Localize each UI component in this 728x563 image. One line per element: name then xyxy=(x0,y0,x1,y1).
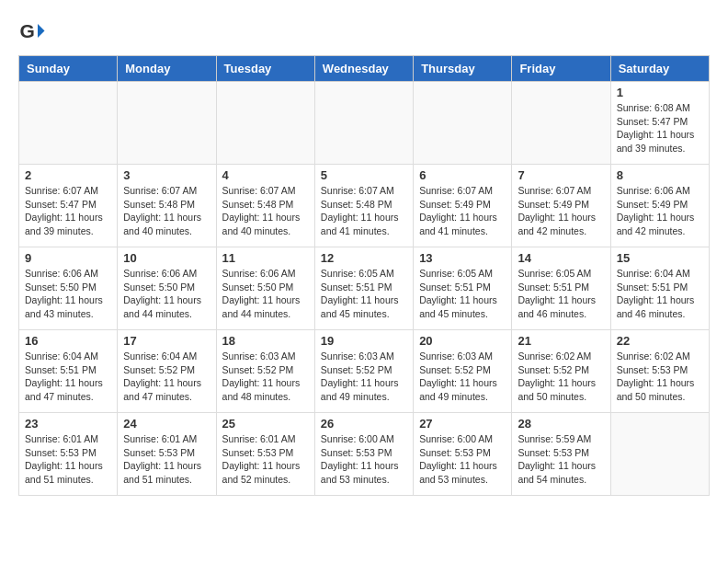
calendar-cell xyxy=(216,82,314,165)
day-info: Sunrise: 6:01 AM Sunset: 5:53 PM Dayligh… xyxy=(25,432,111,487)
calendar-cell xyxy=(118,82,216,165)
day-number: 27 xyxy=(419,417,506,431)
calendar-week-4: 16Sunrise: 6:04 AM Sunset: 5:51 PM Dayli… xyxy=(19,330,710,413)
day-info: Sunrise: 6:01 AM Sunset: 5:53 PM Dayligh… xyxy=(222,432,309,487)
day-number: 10 xyxy=(123,251,210,265)
day-number: 1 xyxy=(617,86,703,99)
day-info: Sunrise: 6:00 AM Sunset: 5:53 PM Dayligh… xyxy=(419,432,506,487)
day-info: Sunrise: 6:07 AM Sunset: 5:48 PM Dayligh… xyxy=(123,184,210,238)
day-info: Sunrise: 6:08 AM Sunset: 5:47 PM Dayligh… xyxy=(617,101,703,155)
calendar-cell: 20Sunrise: 6:03 AM Sunset: 5:52 PM Dayli… xyxy=(414,330,512,413)
day-number: 13 xyxy=(419,251,506,265)
day-number: 16 xyxy=(25,334,111,348)
calendar-cell: 3Sunrise: 6:07 AM Sunset: 5:48 PM Daylig… xyxy=(118,165,216,247)
day-number: 24 xyxy=(123,417,210,431)
day-info: Sunrise: 6:06 AM Sunset: 5:50 PM Dayligh… xyxy=(25,267,111,321)
day-number: 22 xyxy=(617,334,703,348)
calendar-week-1: 1Sunrise: 6:08 AM Sunset: 5:47 PM Daylig… xyxy=(19,82,710,165)
weekday-header-tuesday: Tuesday xyxy=(216,56,314,82)
page-header: G xyxy=(18,18,710,46)
day-number: 5 xyxy=(321,168,407,182)
weekday-header-friday: Friday xyxy=(512,56,610,82)
day-info: Sunrise: 6:03 AM Sunset: 5:52 PM Dayligh… xyxy=(222,350,309,404)
calendar-week-3: 9Sunrise: 6:06 AM Sunset: 5:50 PM Daylig… xyxy=(19,247,710,330)
calendar-cell: 11Sunrise: 6:06 AM Sunset: 5:50 PM Dayli… xyxy=(216,247,314,330)
day-info: Sunrise: 6:03 AM Sunset: 5:52 PM Dayligh… xyxy=(321,350,407,404)
day-number: 8 xyxy=(617,168,703,182)
day-info: Sunrise: 6:06 AM Sunset: 5:50 PM Dayligh… xyxy=(222,267,309,321)
calendar-cell xyxy=(610,413,709,496)
day-info: Sunrise: 6:04 AM Sunset: 5:52 PM Dayligh… xyxy=(123,350,210,404)
calendar-cell xyxy=(512,82,610,165)
day-info: Sunrise: 6:07 AM Sunset: 5:48 PM Dayligh… xyxy=(321,184,407,238)
day-info: Sunrise: 6:05 AM Sunset: 5:51 PM Dayligh… xyxy=(518,267,604,321)
calendar-cell: 2Sunrise: 6:07 AM Sunset: 5:47 PM Daylig… xyxy=(19,165,118,247)
day-number: 25 xyxy=(222,417,309,431)
day-number: 7 xyxy=(518,168,604,182)
day-info: Sunrise: 6:07 AM Sunset: 5:48 PM Dayligh… xyxy=(222,184,309,238)
day-info: Sunrise: 6:03 AM Sunset: 5:52 PM Dayligh… xyxy=(419,350,506,404)
day-number: 19 xyxy=(321,334,407,348)
day-number: 2 xyxy=(25,168,111,182)
day-number: 21 xyxy=(518,334,604,348)
day-info: Sunrise: 6:07 AM Sunset: 5:47 PM Dayligh… xyxy=(25,184,111,238)
day-number: 12 xyxy=(321,251,407,265)
day-info: Sunrise: 6:04 AM Sunset: 5:51 PM Dayligh… xyxy=(25,350,111,404)
calendar-cell: 14Sunrise: 6:05 AM Sunset: 5:51 PM Dayli… xyxy=(512,247,610,330)
day-number: 18 xyxy=(222,334,309,348)
calendar-cell: 18Sunrise: 6:03 AM Sunset: 5:52 PM Dayli… xyxy=(216,330,314,413)
day-number: 15 xyxy=(617,251,703,265)
svg-text:G: G xyxy=(20,20,35,41)
day-number: 11 xyxy=(222,251,309,265)
calendar-cell: 22Sunrise: 6:02 AM Sunset: 5:53 PM Dayli… xyxy=(610,330,709,413)
day-info: Sunrise: 5:59 AM Sunset: 5:53 PM Dayligh… xyxy=(518,432,604,487)
day-info: Sunrise: 6:06 AM Sunset: 5:50 PM Dayligh… xyxy=(123,267,210,321)
calendar-cell xyxy=(314,82,413,165)
calendar-cell: 16Sunrise: 6:04 AM Sunset: 5:51 PM Dayli… xyxy=(19,330,118,413)
logo-icon: G xyxy=(18,18,46,46)
calendar-cell: 28Sunrise: 5:59 AM Sunset: 5:53 PM Dayli… xyxy=(512,413,610,496)
calendar-header-row: SundayMondayTuesdayWednesdayThursdayFrid… xyxy=(19,56,710,82)
day-number: 17 xyxy=(123,334,210,348)
calendar-cell xyxy=(414,82,512,165)
day-info: Sunrise: 6:02 AM Sunset: 5:53 PM Dayligh… xyxy=(617,350,703,404)
calendar-cell: 7Sunrise: 6:07 AM Sunset: 5:49 PM Daylig… xyxy=(512,165,610,247)
calendar-cell: 5Sunrise: 6:07 AM Sunset: 5:48 PM Daylig… xyxy=(314,165,413,247)
calendar-cell: 12Sunrise: 6:05 AM Sunset: 5:51 PM Dayli… xyxy=(314,247,413,330)
weekday-header-wednesday: Wednesday xyxy=(314,56,413,82)
weekday-header-saturday: Saturday xyxy=(610,56,709,82)
weekday-header-monday: Monday xyxy=(118,56,216,82)
weekday-header-sunday: Sunday xyxy=(19,56,118,82)
calendar-cell: 8Sunrise: 6:06 AM Sunset: 5:49 PM Daylig… xyxy=(610,165,709,247)
calendar-cell: 17Sunrise: 6:04 AM Sunset: 5:52 PM Dayli… xyxy=(118,330,216,413)
calendar-cell: 27Sunrise: 6:00 AM Sunset: 5:53 PM Dayli… xyxy=(414,413,512,496)
day-number: 4 xyxy=(222,168,309,182)
day-info: Sunrise: 6:00 AM Sunset: 5:53 PM Dayligh… xyxy=(321,432,407,487)
day-info: Sunrise: 6:05 AM Sunset: 5:51 PM Dayligh… xyxy=(419,267,506,321)
day-info: Sunrise: 6:07 AM Sunset: 5:49 PM Dayligh… xyxy=(419,184,506,238)
day-info: Sunrise: 6:05 AM Sunset: 5:51 PM Dayligh… xyxy=(321,267,407,321)
day-info: Sunrise: 6:06 AM Sunset: 5:49 PM Dayligh… xyxy=(617,184,703,238)
weekday-header-thursday: Thursday xyxy=(414,56,512,82)
calendar-cell: 4Sunrise: 6:07 AM Sunset: 5:48 PM Daylig… xyxy=(216,165,314,247)
logo: G xyxy=(18,18,48,46)
day-number: 20 xyxy=(419,334,506,348)
day-number: 23 xyxy=(25,417,111,431)
calendar-cell: 24Sunrise: 6:01 AM Sunset: 5:53 PM Dayli… xyxy=(118,413,216,496)
day-number: 28 xyxy=(518,417,604,431)
day-info: Sunrise: 6:02 AM Sunset: 5:52 PM Dayligh… xyxy=(518,350,604,404)
calendar-cell: 23Sunrise: 6:01 AM Sunset: 5:53 PM Dayli… xyxy=(19,413,118,496)
day-number: 14 xyxy=(518,251,604,265)
calendar-cell: 10Sunrise: 6:06 AM Sunset: 5:50 PM Dayli… xyxy=(118,247,216,330)
day-info: Sunrise: 6:01 AM Sunset: 5:53 PM Dayligh… xyxy=(123,432,210,487)
calendar-cell: 15Sunrise: 6:04 AM Sunset: 5:51 PM Dayli… xyxy=(610,247,709,330)
calendar-week-5: 23Sunrise: 6:01 AM Sunset: 5:53 PM Dayli… xyxy=(19,413,710,496)
day-info: Sunrise: 6:07 AM Sunset: 5:49 PM Dayligh… xyxy=(518,184,604,238)
calendar-cell: 13Sunrise: 6:05 AM Sunset: 5:51 PM Dayli… xyxy=(414,247,512,330)
calendar-cell: 25Sunrise: 6:01 AM Sunset: 5:53 PM Dayli… xyxy=(216,413,314,496)
day-number: 9 xyxy=(25,251,111,265)
calendar-cell: 6Sunrise: 6:07 AM Sunset: 5:49 PM Daylig… xyxy=(414,165,512,247)
calendar-week-2: 2Sunrise: 6:07 AM Sunset: 5:47 PM Daylig… xyxy=(19,165,710,247)
day-number: 6 xyxy=(419,168,506,182)
calendar-cell xyxy=(19,82,118,165)
